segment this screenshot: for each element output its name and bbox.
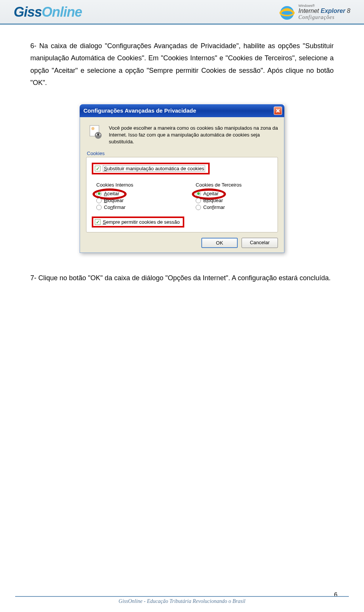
radio-confirm-internal[interactable]: Confirmar <box>96 204 173 210</box>
session-checkbox[interactable]: ✓ <box>95 219 100 225</box>
dialog-intro: Você pode escolher a maneira como os coo… <box>86 123 278 149</box>
cookies-panel: ✓ Substituir manipulação automática de c… <box>86 157 278 232</box>
col1-title: Cookies Internos <box>96 182 173 188</box>
instruction-paragraph-7: 7- Clique no botão "OK" da caixa de diál… <box>0 260 364 288</box>
radio-icon <box>196 205 201 210</box>
radio-columns: Cookies Internos Aceitar Bloquear <box>92 182 272 211</box>
radio-label: Bloquear <box>104 198 124 203</box>
radio-icon <box>96 191 102 196</box>
radio-confirm-thirdparty[interactable]: Confirmar <box>196 204 272 210</box>
instruction-paragraph-6: 6- Na caixa de dialogo "Configurações Av… <box>0 25 364 97</box>
dialog-buttons: OK Cancelar <box>86 238 278 248</box>
radio-label: Bloquear <box>203 198 223 203</box>
ie-small: Windows® <box>298 4 350 8</box>
logo-part2: Online <box>42 4 82 20</box>
radio-block-internal[interactable]: Bloquear <box>96 198 173 203</box>
svg-point-6 <box>97 133 99 136</box>
column-internal: Cookies Internos Aceitar Bloquear <box>96 182 173 211</box>
svg-point-3 <box>91 127 94 130</box>
col2-title: Cookies de Terceiros <box>196 182 272 188</box>
radio-accept-internal[interactable]: Aceitar <box>96 191 173 196</box>
logo: GissOnline <box>14 4 82 20</box>
radio-icon <box>196 191 201 196</box>
close-icon <box>276 108 280 113</box>
privacy-dialog: Configurações Avançadas de Privacidade V… <box>80 104 284 253</box>
cancel-button[interactable]: Cancelar <box>242 238 278 248</box>
session-label: Sempre permitir cookies de sessão <box>103 219 180 225</box>
ie-icon <box>278 3 296 21</box>
override-checkbox[interactable]: ✓ <box>95 166 100 171</box>
session-checkbox-highlight: ✓ Sempre permitir cookies de sessão <box>92 217 184 228</box>
logo-part1: Giss <box>14 4 42 20</box>
ok-button[interactable]: OK <box>201 238 238 248</box>
page-footer-tagline: GissOnline - Educação Tributária Revoluc… <box>15 596 349 604</box>
ie-main: Internet Explorer 8 <box>298 8 350 14</box>
radio-label: Aceitar <box>203 191 218 196</box>
ie-text: Windows® Internet Explorer 8 Configuraçõ… <box>298 4 350 20</box>
radio-label: Confirmar <box>104 204 126 210</box>
override-label: Substituir manipulação automática de coo… <box>103 165 205 172</box>
svg-point-0 <box>280 6 294 20</box>
radio-icon <box>96 205 102 210</box>
dialog-screenshot: Configurações Avançadas de Privacidade V… <box>0 97 364 261</box>
dialog-body: Você pode escolher a maneira como os coo… <box>80 117 284 253</box>
radio-icon <box>196 198 201 203</box>
page-header: GissOnline Windows® Internet Explorer 8 … <box>0 0 364 25</box>
cookie-doc-icon <box>88 125 104 140</box>
override-checkbox-highlight: ✓ Substituir manipulação automática de c… <box>92 163 210 174</box>
radio-label: Aceitar <box>104 191 119 196</box>
radio-label: Confirmar <box>203 204 225 210</box>
ie-badge: Windows® Internet Explorer 8 Configuraçõ… <box>278 3 350 21</box>
cookies-group-label: Cookies <box>86 149 278 157</box>
dialog-intro-text: Você pode escolher a maneira como os coo… <box>109 125 278 146</box>
radio-accept-thirdparty[interactable]: Aceitar <box>196 191 272 196</box>
column-third-party: Cookies de Terceiros Aceitar Bloquear <box>196 182 272 211</box>
radio-icon <box>96 198 102 203</box>
dialog-title: Configurações Avançadas de Privacidade <box>83 107 196 114</box>
radio-block-thirdparty[interactable]: Bloquear <box>196 198 272 203</box>
dialog-titlebar: Configurações Avançadas de Privacidade <box>80 104 284 117</box>
session-checkbox-row: ✓ Sempre permitir cookies de sessão <box>92 217 272 228</box>
close-button[interactable] <box>274 107 282 115</box>
ie-config-label: Configurações <box>298 14 350 20</box>
